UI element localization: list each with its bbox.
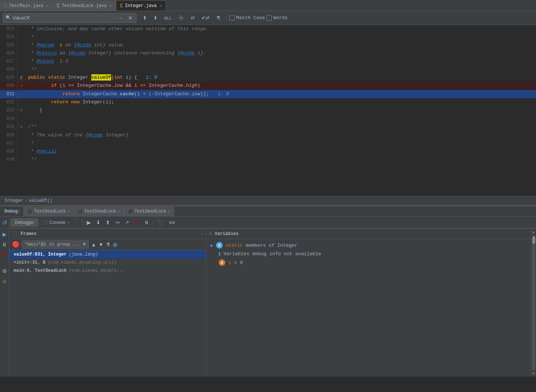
breakpoint-icon[interactable]: ●: [20, 83, 23, 89]
search-input-wrap: 🔍 ← ✕: [3, 13, 137, 23]
search-replace-button[interactable]: ⇄: [188, 14, 197, 22]
thread-name: "main"@1 in group ...: [25, 242, 81, 247]
settings-button[interactable]: ⚙: [0, 267, 8, 275]
code-content: * The value of the {@code Integer}.: [25, 131, 536, 139]
debug-tab-1[interactable]: ⬛ TestDeadLock ✕: [74, 207, 124, 216]
resume-button[interactable]: ▶: [0, 230, 8, 238]
line-number: 824: [0, 33, 18, 41]
gutter: ▽: [18, 106, 25, 115]
console-tab-button[interactable]: ⬛ Console →: [39, 218, 74, 227]
gutter: [18, 147, 25, 156]
thread-export-button[interactable]: ⊕: [113, 241, 117, 248]
line-number: 829: [0, 74, 18, 82]
debug-tab-close[interactable]: ✕: [67, 209, 70, 214]
line-number: 837: [0, 139, 18, 147]
gutter: ▽: [18, 123, 25, 131]
match-case-checkbox[interactable]: [229, 15, 235, 21]
line-number: 830: [0, 82, 18, 90]
tab-testmain[interactable]: C TestMain.java ✕: [0, 0, 53, 11]
frame-item-1[interactable]: <init>:31, B (com.xiaomi.myspring.util): [9, 259, 206, 267]
search-all-button[interactable]: ALL: [162, 15, 174, 21]
tab-close-icon[interactable]: ✕: [46, 4, 49, 8]
search-close-button[interactable]: ✕: [127, 14, 134, 22]
search-down-button[interactable]: ⬇: [151, 14, 160, 22]
debug-tab-0[interactable]: ⬛ TestDeadLock ✕: [23, 207, 73, 216]
debugger-tab-button[interactable]: Debugger: [11, 218, 38, 227]
var-equals: =: [234, 260, 237, 266]
search-icon: 🔍: [6, 15, 11, 21]
tab-close-icon[interactable]: ✕: [160, 4, 162, 8]
thread-select-button[interactable]: "main"@1 in group ... ▼: [22, 240, 89, 249]
code-content: * @serial: [25, 147, 536, 156]
frame-item-2[interactable]: main:6, TestDeadLock (com.xiaomi.myspri.…: [9, 267, 206, 275]
tab-label: TestMain.java: [9, 3, 43, 8]
evaluate-button[interactable]: ↗: [123, 218, 131, 227]
thread-dropdown-icon: ▼: [83, 242, 85, 247]
frames-list: valueOf:831, Integer (java.lang) <init>:…: [9, 250, 206, 377]
scroll-up-button[interactable]: ▲: [532, 229, 536, 234]
java-file-icon: C: [4, 3, 7, 9]
code-content: [25, 115, 536, 123]
code-line-827: 827 * @since 1.5: [0, 57, 536, 65]
frames-button[interactable]: ⬛: [155, 218, 166, 227]
frames-header-label: Frames: [21, 231, 36, 236]
var-value-i: 0: [240, 260, 243, 266]
search-up-button[interactable]: ⬆: [140, 14, 149, 22]
step-over-button[interactable]: ⬛▶: [78, 218, 93, 227]
words-checkbox[interactable]: [267, 15, 272, 21]
fold-icon[interactable]: ▽: [20, 125, 22, 129]
code-line-823: 823 * inclusive, and may cache other val…: [0, 25, 536, 33]
debug-restart-button[interactable]: ↺: [0, 218, 8, 227]
debug-tab-close[interactable]: ✕: [117, 209, 120, 214]
code-content: * inclusive, and may cache other values …: [25, 25, 536, 33]
no-symbol-button[interactable]: ⊘: [0, 277, 8, 285]
debug-tab-icon: ⬛: [128, 209, 133, 214]
gutter: [18, 115, 25, 123]
debug-container: Debug: ⬛ TestDeadLock ✕ ⬛ TestDeadLock ✕…: [0, 206, 536, 377]
frame-label: valueOf:831, Integer: [14, 252, 67, 257]
java-file-icon: C: [57, 3, 60, 9]
console-arrow: →: [67, 220, 70, 224]
scroll-down-button[interactable]: ▼: [532, 371, 536, 376]
tab-testdeadlock[interactable]: C TestDeadLock.java ✕: [53, 0, 116, 11]
pause-button[interactable]: ⏸: [142, 218, 151, 227]
code-content: * @return an {@code Integer} instance re…: [25, 49, 536, 57]
match-case-label: Match Case: [236, 15, 265, 21]
pause-all-button[interactable]: ⏸: [0, 240, 8, 249]
code-line-838: 838 * @serial: [0, 147, 536, 156]
thread-filter-button[interactable]: ⚗: [106, 242, 110, 247]
code-content: return IntegerCache.cache[i + (-IntegerC…: [25, 90, 536, 98]
step-into-button[interactable]: ⬇: [94, 218, 103, 227]
frame-sublabel: (com.xiaomi.myspring.util): [47, 260, 116, 265]
code-line-824: 824 *: [0, 33, 536, 41]
thread-down-button[interactable]: ▼: [98, 242, 103, 247]
stop-all-button[interactable]: ■: [0, 251, 8, 259]
step-out-button[interactable]: ⬆: [103, 218, 112, 227]
search-check-button[interactable]: ✔⇄: [199, 14, 212, 22]
line-number: 827: [0, 57, 18, 65]
tab-integer[interactable]: C Integer.java ✕: [116, 0, 166, 11]
thread-icon: 🔴: [12, 241, 20, 248]
debug-tab-close[interactable]: ✕: [168, 209, 170, 214]
search-add-button[interactable]: ➕: [176, 14, 187, 22]
stop-button[interactable]: ✕: [132, 218, 141, 227]
gutter: @: [18, 74, 25, 82]
code-line-839: 839 */: [0, 156, 536, 164]
fold-icon[interactable]: ▽: [20, 108, 22, 113]
debug-tab-2[interactable]: ⬛ TestDeadLock ✕: [124, 207, 174, 216]
frame-item-0[interactable]: valueOf:831, Integer (java.lang): [9, 250, 206, 259]
variable-row-i: p i = 0: [211, 259, 526, 266]
search-input[interactable]: [13, 15, 116, 21]
gutter: [18, 25, 25, 33]
search-prev-button[interactable]: ←: [117, 14, 125, 22]
threads-button[interactable]: ≡≡: [167, 218, 177, 227]
search-filter-button[interactable]: ⚗: [214, 14, 223, 22]
gutter: [18, 156, 25, 164]
match-case-wrap: Match Case: [229, 15, 265, 21]
run-to-cursor-button[interactable]: ↪: [113, 218, 122, 227]
frame-label: <init>:31, B: [14, 260, 45, 265]
thread-up-button[interactable]: ▲: [91, 242, 96, 247]
frame-label: main:6, TestDeadLock: [14, 268, 67, 273]
expand-icon[interactable]: ▶: [211, 243, 213, 248]
tab-close-icon[interactable]: ✕: [110, 4, 112, 8]
